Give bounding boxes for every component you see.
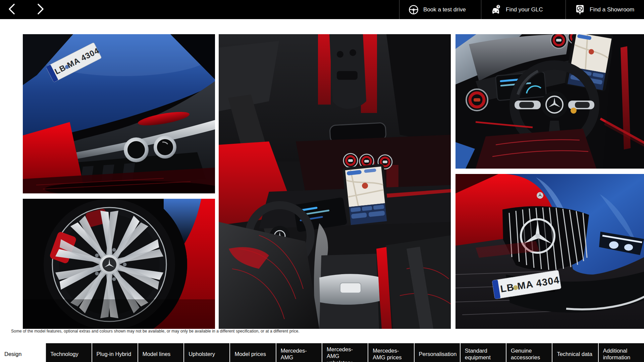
- touchscreen: [342, 164, 389, 225]
- svg-text:?: ?: [497, 5, 499, 8]
- tab-model-lines[interactable]: Model lines: [138, 343, 183, 362]
- photo-amg-wheel: [23, 199, 215, 329]
- bonnet-badge: [537, 192, 543, 199]
- photo-cockpit: [455, 34, 644, 169]
- showroom-sign-icon: [575, 4, 585, 15]
- section-tab-bar: Design Technology Plug-in Hybrid Model l…: [0, 343, 644, 362]
- tab-plug-in-hybrid[interactable]: Plug-in Hybrid: [92, 343, 138, 362]
- photo-front-grille: LB MA 4304: [455, 174, 644, 329]
- car-question-icon: ?: [490, 4, 501, 15]
- tab-model-prices[interactable]: Model prices: [229, 343, 275, 362]
- find-showroom-button[interactable]: Find a Showroom: [566, 0, 644, 19]
- next-page-button[interactable]: [33, 2, 48, 17]
- top-bar: Book a test drive ? Find your GLC: [0, 0, 644, 19]
- steering-wheel-icon: [408, 4, 419, 15]
- tab-standard-equipment[interactable]: Standard equipment: [460, 343, 506, 362]
- tab-mercedes-amg[interactable]: Mercedes-AMG: [276, 343, 322, 362]
- tab-mercedes-amg-upholstery[interactable]: Mercedes-AMG upholstery: [322, 343, 368, 362]
- book-test-drive-button[interactable]: Book a test drive: [399, 0, 481, 19]
- tab-technical-data[interactable]: Technical data: [552, 343, 598, 362]
- find-showroom-label: Find a Showroom: [590, 6, 634, 13]
- tab-genuine-accessories[interactable]: Genuine accessories: [506, 343, 552, 362]
- topbar-actions: Book a test drive ? Find your GLC: [399, 0, 644, 19]
- tab-design[interactable]: Design: [0, 343, 45, 362]
- tab-mercedes-amg-prices[interactable]: Mercedes-AMG prices: [368, 343, 414, 362]
- find-your-glc-button[interactable]: ? Find your GLC: [481, 0, 566, 19]
- tab-personalisation[interactable]: Personalisation: [414, 343, 460, 362]
- tab-additional-information[interactable]: Additional information: [598, 343, 644, 362]
- tab-technology[interactable]: Technology: [45, 343, 91, 362]
- find-your-glc-label: Find your GLC: [506, 6, 543, 13]
- book-test-drive-label: Book a test drive: [423, 6, 466, 13]
- disclaimer-text: Some of the model features, optional ext…: [11, 329, 300, 334]
- chevron-left-icon: [7, 3, 16, 16]
- chevron-right-icon: [36, 3, 45, 16]
- photo-rear-view: LB MA 4304: [23, 34, 215, 193]
- tab-upholstery[interactable]: Upholstery: [183, 343, 229, 362]
- photo-interior: [219, 34, 451, 329]
- prev-page-button[interactable]: [4, 2, 19, 17]
